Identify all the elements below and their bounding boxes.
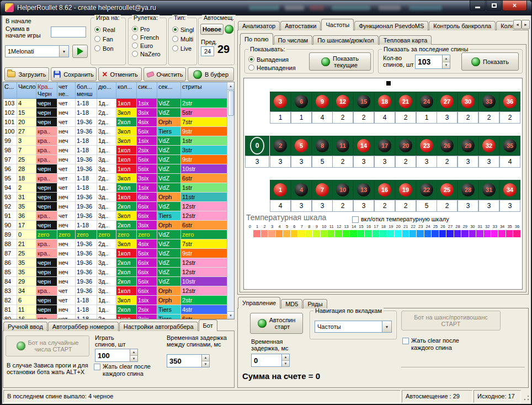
titlebar[interactable]: HelperRoullet 8.62 - create helperroulle… <box>1 1 531 15</box>
radio-pro[interactable]: Pro <box>132 25 165 33</box>
field-number-cell[interactable]: 13 <box>353 180 374 200</box>
table-row[interactable]: 9017черннеч1-182д..2кол3sixOrph6str <box>3 221 227 230</box>
tab-ряды[interactable]: Ряды <box>303 299 327 308</box>
scrollbar-thumb[interactable] <box>228 90 234 116</box>
maximize-button[interactable] <box>486 1 502 11</box>
field-number-cell[interactable]: 10 <box>332 180 353 200</box>
field-number-cell[interactable]: 17 <box>374 136 395 156</box>
tab-бот[interactable]: Бот <box>199 319 217 331</box>
preset-combobox[interactable]: 1Melonati ▼ <box>5 45 69 57</box>
tab-по-полю[interactable]: По полю <box>240 33 273 45</box>
tab-автоставки[interactable]: Автоставки <box>280 21 321 30</box>
field-number-cell[interactable]: 21 <box>395 92 416 111</box>
table-row[interactable]: 890zerozerozerozerozerozeroVdZzero <box>3 230 227 239</box>
table-row[interactable]: 10120чернчет19-362д..2кол4sixOrph7str <box>3 118 227 127</box>
decrement-icon[interactable]: ▼ <box>130 356 137 362</box>
scroll-down-icon[interactable]: ▼ <box>227 311 234 319</box>
undo-button[interactable]: × Отменить <box>98 67 142 81</box>
table-row[interactable]: 8635черннеч19-363д..2кол6sixVdZ12str <box>3 258 227 268</box>
field-number-cell[interactable]: 16 <box>374 180 395 200</box>
field-number-cell[interactable]: 5 <box>291 136 312 156</box>
column-header[interactable]: дю... <box>97 82 116 98</box>
table-row[interactable]: 9518кра..чет1-182д..3кол3sixVdZ6str <box>3 174 227 183</box>
tab-колесо[interactable]: Колесо <box>496 21 513 30</box>
table-row[interactable]: 8429черннеч19-363д..2кол5sixVdZ10str <box>3 277 227 286</box>
tab-md5[interactable]: MD5 <box>281 299 302 308</box>
spins-count-input[interactable] <box>95 349 130 361</box>
field-number-cell[interactable]: 14 <box>353 136 374 156</box>
table-row[interactable]: 8111черннеч1-181д..2кол2sixTiers4str <box>3 305 227 315</box>
field-number-cell[interactable]: 7 <box>312 180 333 200</box>
column-header[interactable]: Кра...Черн <box>36 82 57 98</box>
column-header[interactable]: кол... <box>116 82 137 98</box>
tab-scroll-left-icon[interactable]: ◄ <box>513 20 522 29</box>
field-number-cell[interactable]: 8 <box>312 136 333 156</box>
column-header[interactable]: четне.. <box>57 82 76 98</box>
play-button[interactable] <box>72 45 88 58</box>
tab-navigation-combobox[interactable]: Частоты ▼ <box>315 321 392 333</box>
tab-частоты[interactable]: Частоты <box>321 19 354 30</box>
tab-настройки-автограббера[interactable]: Настройки автограббера <box>119 322 198 331</box>
increment-icon[interactable]: ▲ <box>130 349 137 356</box>
table-row[interactable]: 8016кра..чет1-182д..1кол3sixTiers6str <box>3 315 227 319</box>
field-number-cell[interactable]: 18 <box>374 92 395 111</box>
chevron-down-icon[interactable]: ▼ <box>382 321 391 332</box>
field-number-cell[interactable]: 2 <box>270 136 291 156</box>
column-header[interactable]: сик... <box>137 82 157 98</box>
autospin-start-button[interactable]: Автоспин старт <box>250 313 303 334</box>
radio-fan[interactable]: Fan <box>94 34 124 44</box>
control-clear-checkbox[interactable]: Жать clear после каждого спина <box>402 337 459 351</box>
resize-grip[interactable] <box>522 390 530 403</box>
increment-icon[interactable]: ▲ <box>443 55 450 62</box>
table-row[interactable]: 8821кра..неч19-362д..3кол4sixVdZ7str <box>3 239 227 249</box>
radio-bon[interactable]: Bon <box>94 44 124 53</box>
close-button[interactable]: × <box>502 1 527 11</box>
column-header[interactable]: сек... <box>157 82 181 98</box>
field-number-cell[interactable]: 26 <box>437 136 457 156</box>
table-row[interactable]: 826чернчет1-181д..3кол1sixOrph2str <box>3 296 227 305</box>
spin-delay-input[interactable] <box>167 355 201 367</box>
radio-french[interactable]: French <box>132 33 165 41</box>
spins-count-stepper[interactable]: ▲ ▼ <box>95 349 138 362</box>
field-number-cell[interactable]: 36 <box>499 92 520 111</box>
spin-delay-stepper[interactable]: ▲ ▼ <box>167 354 210 367</box>
tab-управление[interactable]: Управление <box>238 297 280 308</box>
table-row[interactable]: 9628чернчет19-363д..1кол5sixVdZ10str <box>3 164 227 174</box>
table-row[interactable]: 1034чернчет1-181д..1кол1sixVdZ2str <box>3 99 227 108</box>
field-number-cell[interactable]: 12 <box>332 92 353 111</box>
to-buffer-button[interactable]: В буфер <box>188 67 234 81</box>
scroll-up-icon[interactable]: ▲ <box>227 82 234 90</box>
field-number-cell[interactable]: 11 <box>332 136 353 156</box>
table-row[interactable]: 9235черннеч19-363д..2кол6sixVdZ12str <box>3 202 227 211</box>
decrement-icon[interactable]: ▼ <box>202 361 209 367</box>
field-number-cell[interactable]: 20 <box>395 136 416 156</box>
last-spins-stepper[interactable]: ▲ ▼ <box>415 55 450 69</box>
chance-bot-button[interactable]: Бот на шанс/противошанс СТАРТ <box>401 311 501 331</box>
radio-live[interactable]: Live <box>172 44 195 53</box>
field-number-cell[interactable]: 29 <box>457 136 478 156</box>
table-row[interactable]: 8725кра..неч19-363д..1кол5sixVdZ9str <box>3 249 227 258</box>
field-number-cell[interactable]: 31 <box>478 180 499 200</box>
prev-shift-input[interactable] <box>201 46 214 56</box>
tab-по-шансам-дюж-кол[interactable]: По шансам/дюж/кол <box>313 35 379 45</box>
show-current-button[interactable]: Показать текущие <box>309 52 371 71</box>
field-number-cell[interactable]: 1 <box>270 180 291 200</box>
start-sum-input[interactable] <box>51 26 86 38</box>
field-number-cell[interactable]: 28 <box>457 180 478 200</box>
radio-nazero[interactable]: NaZero <box>132 50 165 58</box>
table-row[interactable]: 8535черннеч19-363д..2кол6sixVdZ12str <box>3 268 227 277</box>
table-scrollbar[interactable]: ▲ ▼ <box>227 82 234 319</box>
field-number-cell[interactable]: 33 <box>478 92 499 111</box>
radio-real[interactable]: Real <box>94 25 124 34</box>
column-header[interactable]: С... <box>3 82 17 98</box>
clear-button[interactable]: Очистить <box>143 67 186 81</box>
show-button[interactable]: Показать <box>461 52 519 71</box>
field-number-cell[interactable]: 9 <box>312 92 333 111</box>
table-row[interactable]: 9331черннеч19-363д..1кол6sixOrph11str <box>3 193 227 202</box>
table-row[interactable]: 9136кра..чет19-363д..3кол6sixTiers12str <box>3 211 227 221</box>
field-number-cell[interactable]: 25 <box>437 180 457 200</box>
radio-multi[interactable]: Multi <box>172 34 195 44</box>
field-zero-cell[interactable]: 0 <box>245 136 269 156</box>
chevron-down-icon[interactable]: ▼ <box>59 46 68 57</box>
decrement-icon[interactable]: ▼ <box>282 361 289 367</box>
